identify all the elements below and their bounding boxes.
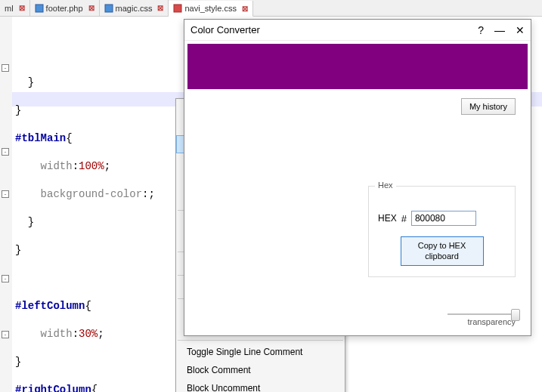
help-icon[interactable]: ? bbox=[478, 24, 484, 36]
color-converter-dialog: Color Converter ? — ✕ My history Hex HEX… bbox=[184, 19, 531, 336]
tab-label: ml bbox=[5, 4, 14, 13]
close-icon[interactable]: ⊠ bbox=[88, 4, 94, 12]
fold-box[interactable]: - bbox=[2, 331, 9, 338]
slider-thumb[interactable] bbox=[511, 309, 520, 321]
tab-footer-php[interactable]: footer.php ⊠ bbox=[30, 0, 100, 16]
fold-box[interactable]: - bbox=[2, 64, 9, 72]
close-icon[interactable]: ⊠ bbox=[19, 4, 25, 12]
file-icon bbox=[35, 4, 44, 13]
tab-bar: ml ⊠ footer.php ⊠ magic.css ⊠ navi_style… bbox=[0, 0, 542, 17]
menu-toggle-comment[interactable]: Toggle Single Line Comment bbox=[176, 343, 345, 361]
hash-symbol: # bbox=[401, 213, 407, 224]
tab-magic-css[interactable]: magic.css ⊠ bbox=[100, 0, 169, 16]
hex-input[interactable] bbox=[411, 211, 476, 226]
menu-separator bbox=[178, 340, 343, 341]
tab-label: navi_style.css bbox=[184, 4, 236, 13]
fold-gutter: - - - - - bbox=[0, 17, 12, 392]
copy-hex-button[interactable]: Copy to HEX clipboard bbox=[401, 236, 484, 266]
transparency-slider[interactable] bbox=[448, 313, 516, 315]
tab-html[interactable]: ml ⊠ bbox=[0, 0, 30, 16]
my-history-button[interactable]: My history bbox=[461, 98, 516, 115]
file-icon bbox=[173, 4, 182, 13]
hex-label: HEX bbox=[378, 213, 397, 224]
tab-label: magic.css bbox=[116, 4, 153, 13]
fold-box[interactable]: - bbox=[2, 275, 9, 282]
menu-block-uncomment[interactable]: Block Uncomment bbox=[176, 379, 345, 392]
hex-group-label: Hex bbox=[375, 181, 396, 190]
close-icon[interactable]: ✕ bbox=[516, 24, 525, 36]
fold-box[interactable]: - bbox=[2, 148, 9, 156]
svg-rect-0 bbox=[36, 5, 43, 12]
close-icon[interactable]: ⊠ bbox=[242, 5, 248, 13]
transparency-control: transparency bbox=[448, 313, 516, 326]
color-swatch bbox=[187, 44, 528, 89]
svg-rect-1 bbox=[105, 5, 113, 12]
dialog-title-text: Color Converter bbox=[190, 24, 260, 35]
tab-label: footer.php bbox=[46, 4, 83, 13]
menu-block-comment[interactable]: Block Comment bbox=[176, 361, 345, 379]
fold-box[interactable]: - bbox=[2, 190, 9, 198]
transparency-label: transparency bbox=[448, 317, 516, 326]
file-icon bbox=[104, 4, 113, 13]
tab-navi-style-css[interactable]: navi_style.css ⊠ bbox=[169, 1, 252, 17]
dialog-titlebar[interactable]: Color Converter ? — ✕ bbox=[184, 20, 531, 41]
minimize-icon[interactable]: — bbox=[494, 24, 505, 36]
close-icon[interactable]: ⊠ bbox=[157, 4, 163, 12]
svg-rect-2 bbox=[174, 5, 181, 12]
hex-group: Hex HEX # Copy to HEX clipboard bbox=[368, 186, 516, 277]
